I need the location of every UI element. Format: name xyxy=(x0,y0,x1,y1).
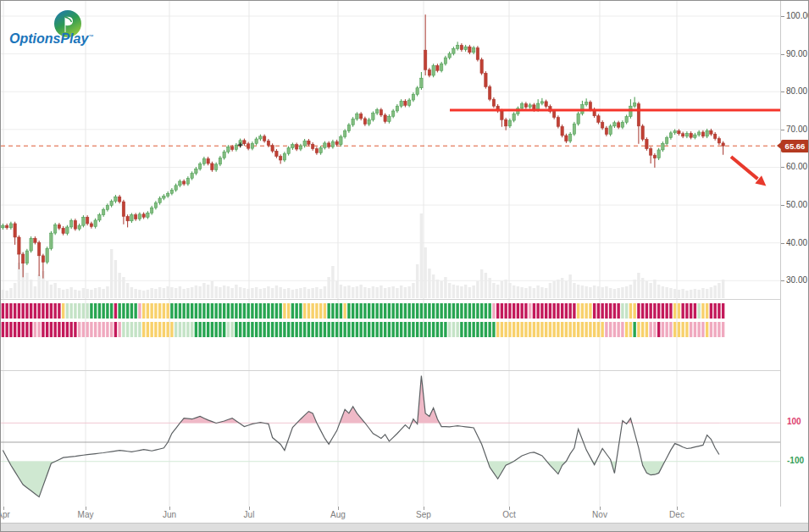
month-label: Sep xyxy=(416,510,431,519)
optionsplay-chart-window: 100 -100 100.0090.0080.0070.0060.0050.00… xyxy=(0,0,809,532)
month-label: Dec xyxy=(669,510,684,519)
price-tick-label: 100.00 xyxy=(786,11,809,20)
candlestick-chart[interactable] xyxy=(1,1,780,299)
signal-row-2 xyxy=(2,322,725,337)
price-tick-label: 40.00 xyxy=(786,238,807,247)
price-tick-label: 50.00 xyxy=(786,200,807,209)
cross-marker xyxy=(238,142,243,147)
brand-text: OptionsPlay™ xyxy=(9,31,93,47)
month-label: Nov xyxy=(592,510,607,519)
oscillator-line xyxy=(3,376,719,497)
signal-row-1 xyxy=(2,303,725,319)
panel-divider xyxy=(1,299,780,300)
month-label: Jun xyxy=(163,510,176,519)
price-tick-label: 60.00 xyxy=(786,162,807,171)
down-arrow-annotation[interactable] xyxy=(731,157,766,186)
overbought-fill xyxy=(3,376,719,497)
last-price-tag: 65.66 xyxy=(781,140,809,152)
price-axis[interactable]: 100 -100 100.0090.0080.0070.0060.0050.00… xyxy=(780,1,809,507)
month-label: May xyxy=(78,510,94,519)
month-label: Apr xyxy=(0,510,10,519)
trademark-symbol: ™ xyxy=(88,34,93,39)
panel-divider xyxy=(1,370,780,371)
oscillator-lower-level-label: -100 xyxy=(787,456,804,465)
month-label: Jul xyxy=(244,510,255,519)
time-axis[interactable]: AprMayJunJulAugSepOctNovDec xyxy=(1,507,809,523)
price-tick-label: 90.00 xyxy=(786,49,807,58)
month-label: Aug xyxy=(330,510,346,519)
oversold-fill xyxy=(3,376,719,497)
price-tick-label: 80.00 xyxy=(786,86,807,96)
month-label: Oct xyxy=(502,510,516,519)
horizontal-scrollbar[interactable] xyxy=(1,523,809,532)
optionsplay-logo: OptionsPlay™ xyxy=(8,8,101,50)
oscillator-chart[interactable] xyxy=(1,370,780,507)
chart-plot-area xyxy=(1,1,780,507)
price-tick-label: 30.00 xyxy=(786,275,807,285)
oscillator-upper-level-label: 100 xyxy=(787,417,801,426)
signal-heatmap-chart[interactable] xyxy=(1,299,780,370)
price-tick-label: 70.00 xyxy=(786,125,807,134)
volume-bars xyxy=(2,213,725,298)
